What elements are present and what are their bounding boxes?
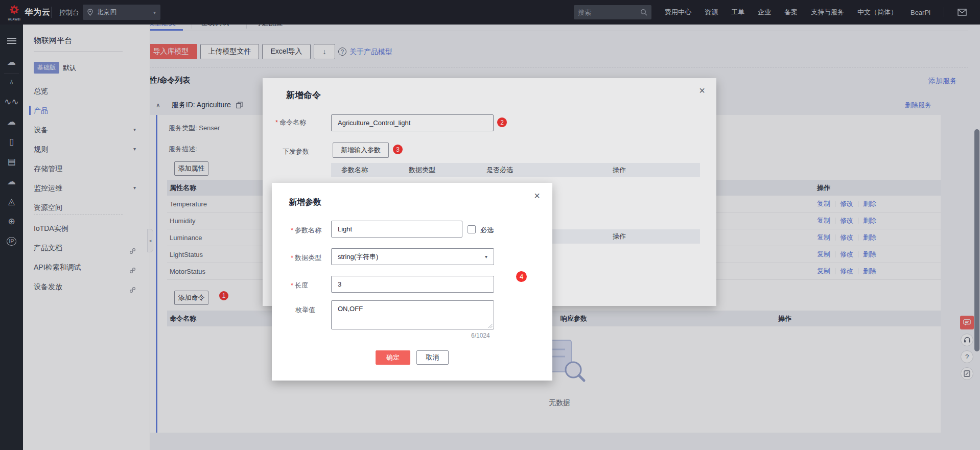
- confirm-button[interactable]: 确定: [376, 350, 410, 365]
- required-asterisk: *: [291, 254, 293, 262]
- resize-grip-icon[interactable]: [488, 323, 493, 328]
- param-name-input[interactable]: Light: [331, 221, 462, 238]
- chevron-down-icon: ▾: [485, 254, 487, 259]
- cancel-button[interactable]: 取消: [416, 350, 449, 365]
- char-counter: 6/1024: [471, 332, 490, 339]
- page: 模型定义 在线调试 可选配置 导入库模型 上传模型文件 Excel导入 ↓ ? …: [0, 0, 980, 450]
- param-type-select[interactable]: string(字符串)▾: [331, 248, 494, 265]
- length-input[interactable]: 3: [331, 276, 494, 293]
- required-asterisk: *: [291, 226, 293, 234]
- length-label: *长度: [291, 281, 308, 290]
- close-icon[interactable]: ×: [534, 191, 540, 201]
- add-parameter-modal: × 新增参数 *参数名称 Light 必选 *数据类型 string(字符串)▾…: [272, 183, 552, 381]
- required-checkbox[interactable]: [468, 225, 476, 233]
- required-asterisk: *: [291, 281, 293, 289]
- param-name-label: *参数名称: [291, 226, 321, 235]
- enum-textarea[interactable]: ON,OFF: [331, 300, 494, 329]
- param-type-label: *数据类型: [291, 253, 321, 263]
- required-checkbox-label: 必选: [480, 226, 494, 235]
- enum-label: 枚举值: [295, 305, 315, 315]
- modal-title: 新增参数: [289, 197, 321, 208]
- step-badge-4: 4: [516, 271, 527, 282]
